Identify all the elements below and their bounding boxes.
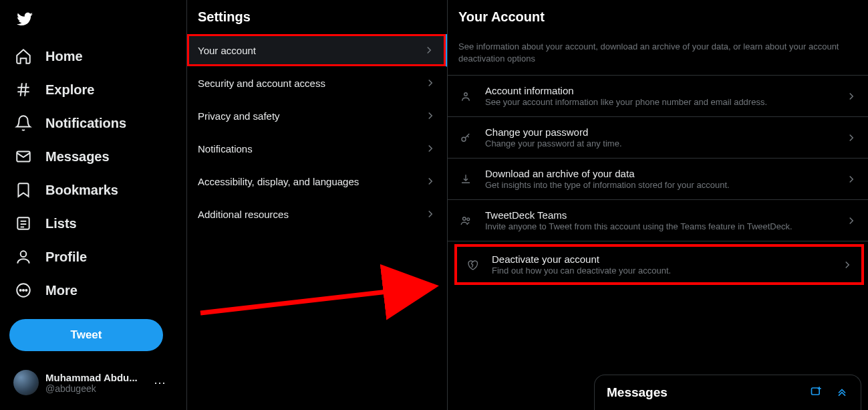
profile-handle: @abdugeek xyxy=(45,383,147,394)
bookmark-icon xyxy=(15,181,32,199)
settings-header: Settings xyxy=(187,0,447,34)
chevron-right-icon xyxy=(845,90,857,102)
svg-point-17 xyxy=(467,217,470,220)
nav-label: Lists xyxy=(45,216,77,231)
settings-item-label: Notifications xyxy=(198,143,253,155)
account-item-sub: Find out how you can deactivate your acc… xyxy=(492,266,829,276)
chevron-right-icon xyxy=(423,44,435,56)
chevron-right-icon xyxy=(845,173,857,185)
account-description: See information about your account, down… xyxy=(448,34,868,76)
account-item-information[interactable]: Account information See your account inf… xyxy=(448,76,868,117)
account-item-sub: Get insights into the type of informatio… xyxy=(485,180,833,190)
chevron-right-icon xyxy=(424,142,436,155)
nav-label: Profile xyxy=(45,249,87,265)
chevron-right-icon xyxy=(424,77,436,89)
chevron-right-icon xyxy=(845,215,857,227)
messages-title: Messages xyxy=(607,385,668,400)
nav-label: Bookmarks xyxy=(45,183,118,198)
settings-item-notifications[interactable]: Notifications xyxy=(187,132,447,165)
settings-item-additional[interactable]: Additional resources xyxy=(187,198,447,231)
profile-card[interactable]: Muhammad Abdu... @abdugeek ⋯ xyxy=(5,365,174,401)
account-header: Your Account xyxy=(448,0,868,34)
nav-bookmarks[interactable]: Bookmarks xyxy=(5,173,181,207)
download-icon xyxy=(458,173,473,185)
account-item-title: Change your password xyxy=(485,126,833,138)
settings-item-accessibility[interactable]: Accessibility, display, and languages xyxy=(187,165,447,198)
nav-label: Notifications xyxy=(45,116,126,131)
hash-icon xyxy=(15,81,32,98)
svg-point-15 xyxy=(462,137,466,141)
chevron-right-icon xyxy=(841,259,853,271)
heartbreak-icon xyxy=(465,259,480,271)
svg-point-16 xyxy=(463,217,466,220)
nav-more[interactable]: More xyxy=(5,274,181,307)
settings-item-label: Security and account access xyxy=(198,78,325,89)
expand-up-icon[interactable] xyxy=(835,385,849,401)
account-item-deactivate[interactable]: Deactivate your account Find out how you… xyxy=(454,244,864,285)
nav-messages[interactable]: Messages xyxy=(5,140,181,173)
svg-line-3 xyxy=(25,83,26,96)
account-item-title: Deactivate your account xyxy=(492,253,829,265)
chevron-right-icon xyxy=(424,208,436,220)
more-icon xyxy=(15,282,32,299)
settings-item-label: Additional resources xyxy=(198,209,289,220)
account-item-download[interactable]: Download an archive of your data Get ins… xyxy=(448,159,868,200)
settings-column: Settings Your account Security and accou… xyxy=(187,0,448,410)
account-item-title: Account information xyxy=(485,85,833,96)
nav-label: Home xyxy=(45,49,83,64)
bell-icon xyxy=(15,114,32,132)
settings-item-label: Accessibility, display, and languages xyxy=(198,176,359,187)
users-icon xyxy=(458,215,473,227)
settings-item-privacy[interactable]: Privacy and safety xyxy=(187,100,447,132)
nav-home[interactable]: Home xyxy=(5,39,181,73)
account-item-sub: Change your password at any time. xyxy=(485,138,833,148)
avatar xyxy=(13,370,39,395)
nav-notifications[interactable]: Notifications xyxy=(5,106,181,140)
settings-item-label: Privacy and safety xyxy=(198,110,280,122)
new-message-icon[interactable] xyxy=(810,385,823,401)
nav-label: Explore xyxy=(45,82,94,98)
key-icon xyxy=(458,132,473,144)
tweet-button[interactable]: Tweet xyxy=(9,319,163,351)
chevron-right-icon xyxy=(845,132,857,144)
chevron-right-icon xyxy=(424,110,436,122)
account-item-sub: See your account information like your p… xyxy=(485,97,833,107)
account-item-title: Download an archive of your data xyxy=(485,168,833,179)
svg-point-13 xyxy=(25,290,27,291)
chevron-right-icon xyxy=(424,175,436,187)
account-item-password[interactable]: Change your password Change your passwor… xyxy=(448,117,868,159)
settings-item-your-account[interactable]: Your account xyxy=(187,34,447,67)
left-sidebar: Home Explore Notifications Messages Book… xyxy=(0,0,187,410)
list-icon xyxy=(15,215,32,232)
nav-lists[interactable]: Lists xyxy=(5,207,181,240)
account-item-tweetdeck[interactable]: TweetDeck Teams Invite anyone to Tweet f… xyxy=(448,200,868,241)
nav-label: More xyxy=(45,283,78,298)
settings-item-security[interactable]: Security and account access xyxy=(187,67,447,100)
messages-drawer[interactable]: Messages xyxy=(594,375,861,410)
twitter-logo[interactable] xyxy=(5,4,181,37)
nav-profile[interactable]: Profile xyxy=(5,240,181,274)
nav-label: Messages xyxy=(45,149,110,165)
profile-more-icon: ⋯ xyxy=(154,375,166,390)
account-column: Your Account See information about your … xyxy=(448,0,868,410)
svg-point-9 xyxy=(21,251,27,257)
account-item-sub: Invite anyone to Tweet from this account… xyxy=(485,221,833,231)
nav-explore[interactable]: Explore xyxy=(5,73,181,106)
account-item-title: TweetDeck Teams xyxy=(485,209,833,221)
svg-point-12 xyxy=(23,290,24,291)
user-icon xyxy=(15,248,32,266)
svg-point-14 xyxy=(464,92,468,96)
svg-point-11 xyxy=(20,290,21,291)
settings-item-label: Your account xyxy=(198,45,256,56)
home-icon xyxy=(15,47,32,65)
profile-name: Muhammad Abdu... xyxy=(45,372,147,383)
user-icon xyxy=(458,90,473,102)
mail-icon xyxy=(15,148,32,165)
svg-line-2 xyxy=(21,83,22,96)
